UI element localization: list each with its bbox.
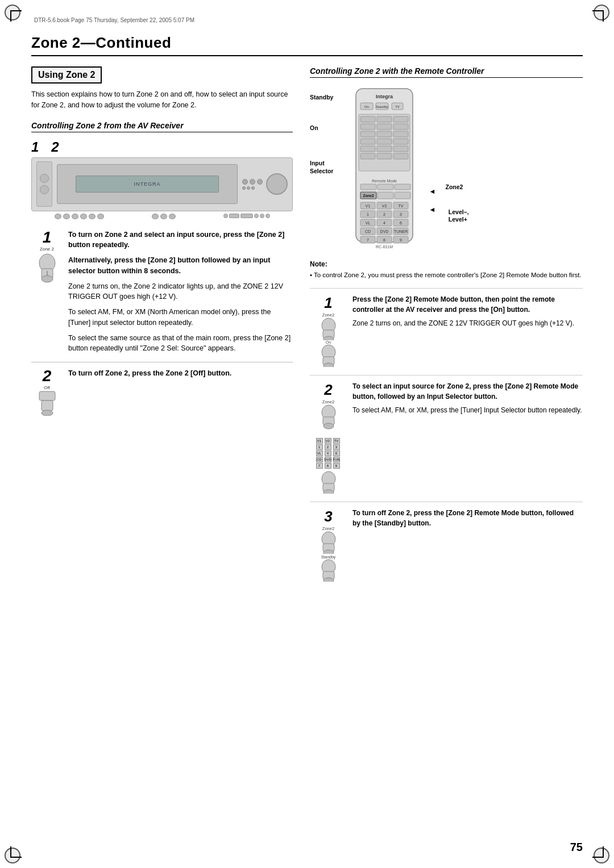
left-step-1: 1 Zone 2 To turn on Zone 2 and select an… [31, 229, 293, 354]
zone2-label-left: Zone 2 [40, 247, 54, 252]
left-column: Using Zone 2 This section explains how t… [31, 66, 293, 590]
svg-text:4: 4 [383, 221, 385, 225]
svg-rect-16 [360, 116, 375, 122]
step-2-content: To turn off Zone 2, press the Zone 2 [Of… [68, 368, 293, 416]
av-receiver-heading: Controlling Zone 2 from the AV Receiver [31, 121, 293, 132]
svg-text:CD: CD [365, 229, 371, 233]
right-hand-icon-2b [315, 471, 342, 494]
right-step-2-icon: 2 Zone2 V1 V2 TV 1 2 3 [310, 381, 347, 494]
right-step-1-icon: 1 Zone2 On [310, 294, 347, 367]
step-1-icon: 1 Zone 2 [31, 229, 63, 354]
svg-rect-5 [42, 400, 53, 411]
svg-point-81 [323, 423, 334, 429]
right-step-3-content: To turn off Zone 2, press the [Zone 2] R… [352, 508, 583, 582]
svg-rect-18 [393, 116, 408, 122]
svg-rect-41 [395, 192, 410, 199]
remote-diagram: Integra On Standby TV [339, 86, 430, 251]
svg-text:Standby: Standby [376, 105, 388, 108]
diagram-label-2: 2 [51, 139, 59, 155]
right-column: Controlling Zone 2 with the Remote Contr… [310, 66, 583, 590]
reg-mark-tl [10, 10, 27, 27]
svg-point-87 [323, 550, 334, 554]
svg-rect-22 [360, 131, 375, 137]
svg-text:2: 2 [383, 212, 385, 216]
step-2-icon: 2 Off [31, 368, 63, 416]
svg-rect-29 [377, 146, 392, 152]
svg-text:6: 6 [400, 221, 402, 225]
on-label: On [310, 124, 333, 131]
right-hand-icon-3b [315, 559, 342, 582]
svg-rect-36 [377, 184, 393, 190]
svg-text:Remote Mode: Remote Mode [372, 179, 397, 183]
reg-mark-tr [587, 10, 604, 27]
left-step-2: 2 Off To turn off Zone 2, press the Zone… [31, 362, 293, 416]
svg-rect-28 [360, 146, 375, 152]
right-step-1-content: Press the [Zone 2] Remote Mode button, t… [352, 294, 583, 367]
svg-text:TV: TV [396, 105, 400, 108]
svg-point-84 [323, 490, 334, 494]
hand-icon-2 [35, 390, 60, 416]
svg-text:RC-631M: RC-631M [376, 245, 393, 249]
svg-rect-37 [395, 184, 410, 190]
svg-rect-17 [377, 116, 392, 122]
right-step-2: 2 Zone2 V1 V2 TV 1 2 3 [310, 375, 583, 494]
svg-text:On: On [364, 105, 369, 108]
svg-rect-23 [377, 131, 392, 137]
using-zone-heading: Using Zone 2 [31, 66, 102, 84]
page-title: Zone 2—Continued [31, 34, 583, 56]
svg-text:3: 3 [400, 212, 402, 216]
right-step-3: 3 Zone2 Standby To turn off Zo [310, 502, 583, 582]
remote-section-heading: Controlling Zone 2 with the Remote Contr… [310, 66, 583, 78]
svg-point-2 [42, 276, 53, 282]
level-arrow: ◄ [429, 206, 436, 214]
right-hand-icon-3a [315, 531, 342, 554]
svg-text:1: 1 [367, 212, 369, 216]
svg-text:9: 9 [400, 238, 402, 242]
svg-rect-25 [360, 139, 375, 144]
right-hand-icon-2a [315, 404, 342, 436]
svg-rect-32 [377, 153, 392, 159]
svg-text:V1: V1 [366, 204, 371, 208]
svg-point-90 [323, 578, 334, 582]
diagram-label-1: 1 [31, 139, 39, 155]
svg-rect-21 [393, 124, 408, 130]
svg-text:VL: VL [366, 221, 371, 225]
right-step-3-icon: 3 Zone2 Standby [310, 508, 347, 582]
note-box: Note: • To control Zone 2, you must pres… [310, 260, 583, 280]
svg-rect-35 [360, 184, 376, 190]
reg-mark-br [587, 841, 604, 858]
svg-text:Zone2: Zone2 [363, 194, 375, 198]
file-info: DTR-5.6.book Page 75 Thursday, September… [34, 17, 194, 23]
right-hand-icon-1 [315, 318, 342, 340]
reg-mark-bl [10, 841, 27, 858]
input-selector-label: InputSelector [310, 160, 333, 175]
svg-text:V2: V2 [382, 204, 387, 208]
page-number: 75 [570, 841, 583, 854]
svg-rect-4 [39, 391, 55, 400]
svg-text:DVD: DVD [380, 229, 389, 233]
svg-text:TUNER: TUNER [394, 229, 408, 233]
level-arrow-label: Level–,Level+ [449, 208, 469, 224]
standby-label: Standby [310, 94, 333, 101]
intro-text: This section explains how to turn Zone 2… [31, 89, 293, 111]
right-step-2-content: To select an input source for Zone 2, pr… [352, 381, 583, 494]
svg-text:7: 7 [367, 238, 369, 242]
svg-rect-20 [377, 124, 392, 130]
svg-text:8: 8 [383, 238, 385, 242]
svg-rect-27 [393, 139, 408, 144]
svg-rect-26 [377, 139, 392, 144]
svg-rect-19 [360, 124, 375, 130]
svg-text:TV: TV [399, 204, 404, 208]
right-hand-icon-1b [315, 344, 342, 367]
svg-rect-40 [377, 192, 393, 199]
note-text: • To control Zone 2, you must press the … [310, 270, 583, 280]
zone2-arrow-label: Zone2 [446, 183, 463, 190]
svg-rect-31 [360, 153, 375, 159]
svg-rect-33 [393, 153, 408, 159]
svg-rect-30 [393, 146, 408, 152]
off-label: Off [44, 385, 50, 390]
svg-point-75 [323, 336, 334, 340]
svg-point-6 [42, 410, 53, 416]
step-1-content: To turn on Zone 2 and select an input so… [68, 229, 293, 354]
svg-text:Integra: Integra [376, 94, 393, 99]
